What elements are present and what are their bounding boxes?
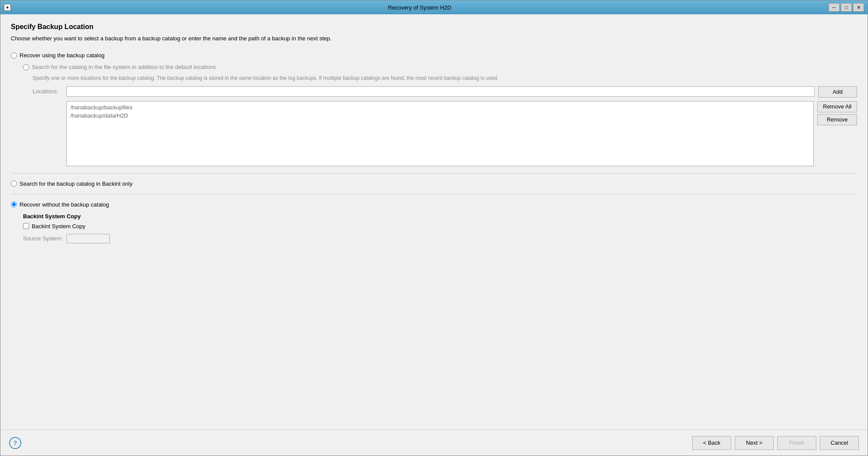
recover-using-catalog-label: Recover using the backup catalog <box>20 52 105 59</box>
footer-right: < Back Next > Finish Cancel <box>692 436 859 450</box>
remove-button[interactable]: Remove <box>817 114 857 125</box>
content-area: Specify Backup Location Choose whether y… <box>0 14 868 430</box>
recover-using-catalog-radio[interactable] <box>11 52 17 59</box>
source-system-input[interactable] <box>66 234 110 243</box>
backint-checkbox-row: Backint System Copy <box>23 223 857 230</box>
locations-label: Locations: <box>33 86 63 95</box>
window-controls: ─ □ ✕ <box>828 3 864 12</box>
location-item-1: /hanabackup/backupfiles <box>69 103 812 112</box>
divider-2 <box>11 194 857 194</box>
recover-without-catalog-radio[interactable] <box>11 201 17 207</box>
app-icon: ■ <box>4 4 11 11</box>
restore-button[interactable]: □ <box>841 3 852 12</box>
divider-1 <box>11 173 857 174</box>
locations-help-text: Specify one or more locations for the ba… <box>33 75 857 82</box>
footer-left: ? <box>9 437 21 449</box>
search-backint-label: Search for the backup catalog in Backint… <box>20 180 132 187</box>
remove-all-button[interactable]: Remove All <box>817 101 857 112</box>
search-backint-radio[interactable] <box>11 180 17 187</box>
window-title: Recovery of System H2D <box>11 4 828 11</box>
close-button[interactable]: ✕ <box>853 3 864 12</box>
recover-without-catalog-label: Recover without the backup catalog <box>20 201 109 208</box>
recover-without-catalog-option[interactable]: Recover without the backup catalog <box>11 201 857 208</box>
search-backint-option[interactable]: Search for the backup catalog in Backint… <box>11 180 857 187</box>
backint-section: Backint System Copy Backint System Copy … <box>11 213 857 243</box>
backint-section-title: Backint System Copy <box>23 213 857 220</box>
footer: ? < Back Next > Finish Cancel <box>0 430 868 456</box>
locations-list[interactable]: /hanabackup/backupfiles /hanabackup/data… <box>66 101 814 166</box>
back-button[interactable]: < Back <box>692 436 731 450</box>
page-description: Choose whether you want to select a back… <box>11 35 857 42</box>
list-button-group: Remove All Remove <box>817 101 857 125</box>
locations-input-row: Locations: Add <box>33 86 857 98</box>
backint-checkbox-label: Backint System Copy <box>32 223 86 230</box>
search-filesystem-label: Search for the catalog in the file syste… <box>32 64 216 70</box>
recover-using-catalog-option[interactable]: Recover using the backup catalog <box>11 52 857 59</box>
locations-list-container: /hanabackup/backupfiles /hanabackup/data… <box>33 101 857 166</box>
locations-input[interactable] <box>66 86 815 97</box>
title-bar: ■ Recovery of System H2D ─ □ ✕ <box>0 0 868 14</box>
source-system-row: Source System: <box>23 234 857 243</box>
backint-system-copy-checkbox[interactable] <box>23 223 29 229</box>
source-system-label: Source System: <box>23 235 63 242</box>
finish-button[interactable]: Finish <box>777 436 816 450</box>
next-button[interactable]: Next > <box>735 436 774 450</box>
cancel-button[interactable]: Cancel <box>820 436 859 450</box>
main-window: ■ Recovery of System H2D ─ □ ✕ Specify B… <box>0 0 868 456</box>
help-button[interactable]: ? <box>9 437 21 449</box>
search-filesystem-radio[interactable] <box>23 64 29 70</box>
minimize-button[interactable]: ─ <box>828 3 840 12</box>
location-item-2: /hanabackup/data/H2D <box>69 112 812 120</box>
add-button[interactable]: Add <box>818 86 857 98</box>
search-filesystem-option[interactable]: Search for the catalog in the file syste… <box>23 64 857 70</box>
page-title: Specify Backup Location <box>11 23 857 31</box>
